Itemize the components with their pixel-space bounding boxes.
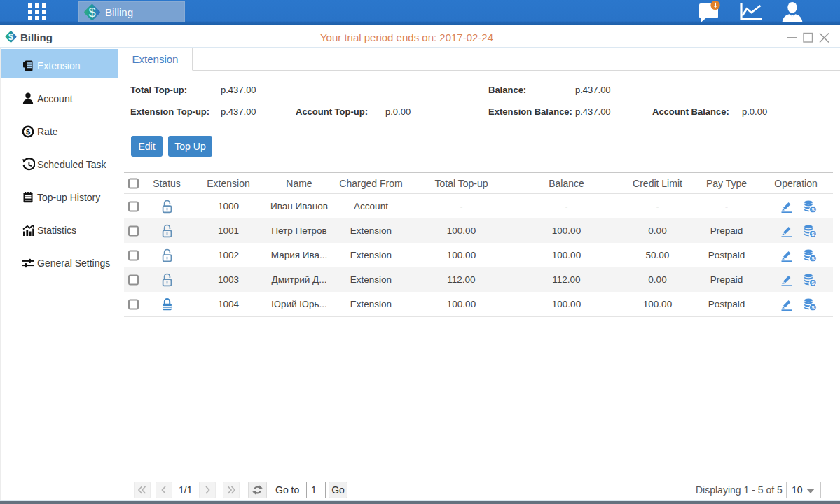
svg-text:$: $ [88,5,95,20]
svg-text:$: $ [26,127,30,136]
svg-text:$: $ [811,255,815,261]
svg-text:$: $ [811,206,815,212]
svg-text:$: $ [811,279,815,286]
svg-text:$: $ [811,230,815,237]
svg-text:$: $ [811,304,815,310]
